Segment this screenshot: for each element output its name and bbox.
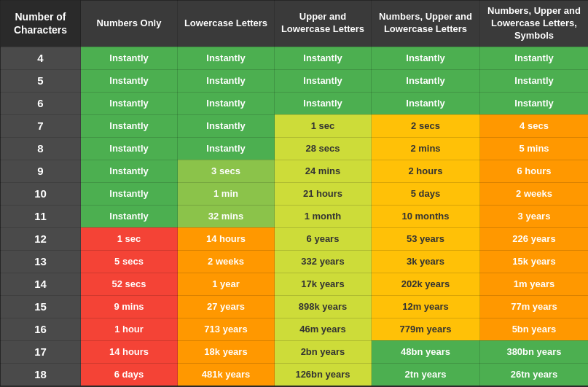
char-count: 6 [1, 92, 81, 114]
char-count: 8 [1, 137, 81, 160]
crack-time: 24 mins [275, 160, 372, 182]
crack-time: 3 secs [178, 160, 275, 182]
crack-time: 5 days [372, 182, 480, 205]
crack-time: 3 years [480, 205, 589, 227]
crack-time: Instantly [178, 137, 275, 160]
crack-time: Instantly [480, 92, 589, 114]
table-row: 161 hour713 years46m years779m years5bn … [1, 318, 589, 340]
crack-time: Instantly [178, 114, 275, 137]
crack-time: 48bn years [372, 340, 480, 363]
char-count: 17 [1, 340, 81, 363]
char-count: 4 [1, 47, 81, 69]
crack-time: Instantly [275, 92, 372, 114]
crack-time: 1 sec [81, 227, 178, 250]
table-row: 4InstantlyInstantlyInstantlyInstantlyIns… [1, 47, 589, 69]
crack-time: 18k years [178, 340, 275, 363]
crack-time: Instantly [81, 47, 178, 69]
crack-time: 14 hours [178, 227, 275, 250]
column-header-2: Lowercase Letters [178, 1, 275, 47]
crack-time: Instantly [372, 47, 480, 69]
table-row: 186 days481k years126bn years2tn years26… [1, 363, 589, 386]
crack-time: 5bn years [480, 318, 589, 340]
table-row: 6InstantlyInstantlyInstantlyInstantlyIns… [1, 92, 589, 114]
crack-time: 713 years [178, 318, 275, 340]
table-row: 1452 secs1 year17k years202k years1m yea… [1, 273, 589, 295]
table-row: 10Instantly1 min21 hours5 days2 weeks [1, 182, 589, 205]
crack-time: 53 years [372, 227, 480, 250]
crack-time: 481k years [178, 363, 275, 386]
crack-time: Instantly [81, 69, 178, 92]
crack-time: 226 years [480, 227, 589, 250]
crack-time: 28 secs [275, 137, 372, 160]
crack-time: 2 weeks [480, 182, 589, 205]
crack-time: 1m years [480, 273, 589, 295]
table-row: 5InstantlyInstantlyInstantlyInstantlyIns… [1, 69, 589, 92]
crack-time: Instantly [178, 47, 275, 69]
table-row: 8InstantlyInstantly28 secs2 mins5 mins [1, 137, 589, 160]
column-header-5: Numbers, Upper and Lowercase Letters, Sy… [480, 1, 589, 47]
char-count: 18 [1, 363, 81, 386]
crack-time: 4 secs [480, 114, 589, 137]
crack-time: 898k years [275, 295, 372, 318]
char-count: 9 [1, 160, 81, 182]
table-row: 135 secs2 weeks332 years3k years15k year… [1, 250, 589, 273]
crack-time: Instantly [372, 92, 480, 114]
crack-time: 9 mins [81, 295, 178, 318]
crack-time: 12m years [372, 295, 480, 318]
table-row: 7InstantlyInstantly1 sec2 secs4 secs [1, 114, 589, 137]
crack-time: 202k years [372, 273, 480, 295]
crack-time: 3k years [372, 250, 480, 273]
crack-time: Instantly [178, 69, 275, 92]
crack-time: 27 years [178, 295, 275, 318]
crack-time: Instantly [480, 69, 589, 92]
crack-time: 2 secs [372, 114, 480, 137]
column-header-4: Numbers, Upper and Lowercase Letters [372, 1, 480, 47]
table-row: 159 mins27 years898k years12m years77m y… [1, 295, 589, 318]
crack-time: 2bn years [275, 340, 372, 363]
char-count: 14 [1, 273, 81, 295]
crack-time: 2 mins [372, 137, 480, 160]
crack-time: Instantly [81, 160, 178, 182]
char-count: 7 [1, 114, 81, 137]
crack-time: 26tn years [480, 363, 589, 386]
crack-time: Instantly [178, 92, 275, 114]
crack-time: 2tn years [372, 363, 480, 386]
char-count: 13 [1, 250, 81, 273]
crack-time: 1 month [275, 205, 372, 227]
char-count: 16 [1, 318, 81, 340]
crack-time: 2 hours [372, 160, 480, 182]
crack-time: 77m years [480, 295, 589, 318]
crack-time: 1 hour [81, 318, 178, 340]
char-count: 10 [1, 182, 81, 205]
char-count: 12 [1, 227, 81, 250]
crack-time: 2 weeks [178, 250, 275, 273]
crack-time: 5 mins [480, 137, 589, 160]
table-row: 9Instantly3 secs24 mins2 hours6 hours [1, 160, 589, 182]
crack-time: 46m years [275, 318, 372, 340]
crack-time: 21 hours [275, 182, 372, 205]
crack-time: 10 months [372, 205, 480, 227]
crack-time: 6 days [81, 363, 178, 386]
crack-time: 380bn years [480, 340, 589, 363]
crack-time: Instantly [480, 47, 589, 69]
crack-time: Instantly [275, 69, 372, 92]
crack-time: 52 secs [81, 273, 178, 295]
column-header-3: Upper and Lowercase Letters [275, 1, 372, 47]
char-count: 15 [1, 295, 81, 318]
crack-time: 332 years [275, 250, 372, 273]
crack-time: 1 min [178, 182, 275, 205]
char-count: 11 [1, 205, 81, 227]
column-header-0: Number of Characters [1, 1, 81, 47]
crack-time: Instantly [372, 69, 480, 92]
crack-time: Instantly [275, 47, 372, 69]
crack-time: 1 sec [275, 114, 372, 137]
crack-time: Instantly [81, 92, 178, 114]
crack-time: 5 secs [81, 250, 178, 273]
crack-time: Instantly [81, 137, 178, 160]
crack-time: 32 mins [178, 205, 275, 227]
crack-time: 14 hours [81, 340, 178, 363]
crack-time: 6 hours [480, 160, 589, 182]
table-row: 11Instantly32 mins1 month10 months3 year… [1, 205, 589, 227]
crack-time: Instantly [81, 205, 178, 227]
crack-time: 1 year [178, 273, 275, 295]
